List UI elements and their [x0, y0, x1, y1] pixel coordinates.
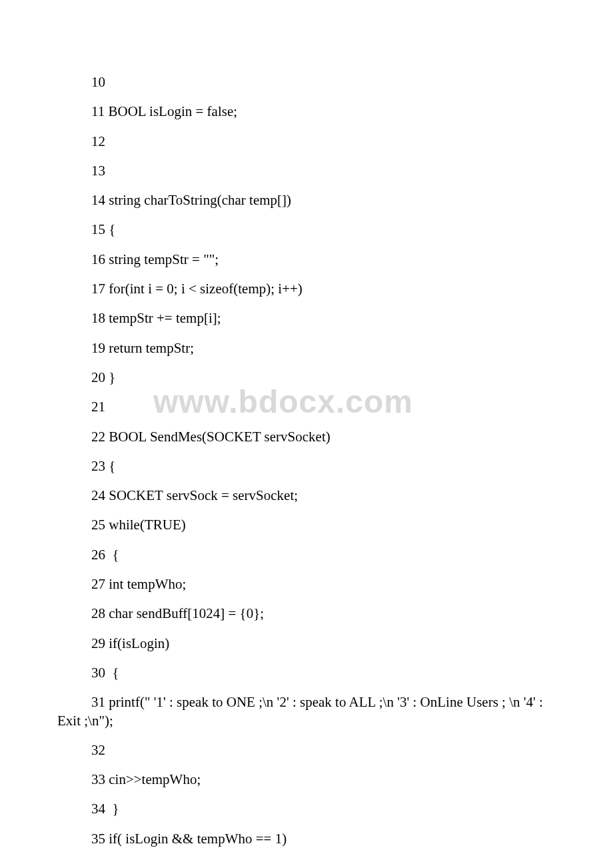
code-line-15: 15 { [91, 221, 613, 239]
code-line-11: 11 BOOL isLogin = false; [91, 103, 613, 121]
code-line-19: 19 return tempStr; [91, 339, 613, 357]
code-line-25: 25 while(TRUE) [91, 516, 613, 534]
code-line-22: 22 BOOL SendMes(SOCKET servSocket) [91, 428, 613, 446]
code-line-18: 18 tempStr += temp[i]; [91, 309, 613, 327]
code-line-26: 26 { [91, 546, 613, 564]
code-line-10: 10 [91, 73, 613, 91]
code-line-35: 35 if( isLogin && tempWho == 1) [91, 830, 613, 848]
code-line-27: 27 int tempWho; [91, 575, 613, 593]
code-line-17: 17 for(int i = 0; i < sizeof(temp); i++) [91, 280, 613, 298]
code-line-28: 28 char sendBuff[1024] = {0}; [91, 605, 613, 623]
code-line-30: 30 { [91, 664, 613, 682]
code-line-29: 29 if(isLogin) [91, 635, 613, 653]
code-line-24: 24 SOCKET servSock = servSocket; [91, 487, 613, 505]
code-line-14: 14 string charToString(char temp[]) [91, 191, 613, 209]
code-line-31: 31 printf(" '1' : speak to ONE ;\n '2' :… [57, 693, 613, 730]
code-line-20: 20 } [91, 369, 613, 387]
code-line-12: 12 [91, 133, 613, 151]
code-line-31-text: 31 printf(" '1' : speak to ONE ;\n '2' :… [57, 694, 543, 728]
code-line-34: 34 } [91, 800, 613, 818]
code-line-32: 32 [91, 741, 613, 759]
code-line-23: 23 { [91, 457, 613, 475]
code-line-21: 21 [91, 398, 613, 416]
code-line-33: 33 cin>>tempWho; [91, 771, 613, 789]
code-line-16: 16 string tempStr = ""; [91, 251, 613, 269]
code-line-13: 13 [91, 162, 613, 180]
